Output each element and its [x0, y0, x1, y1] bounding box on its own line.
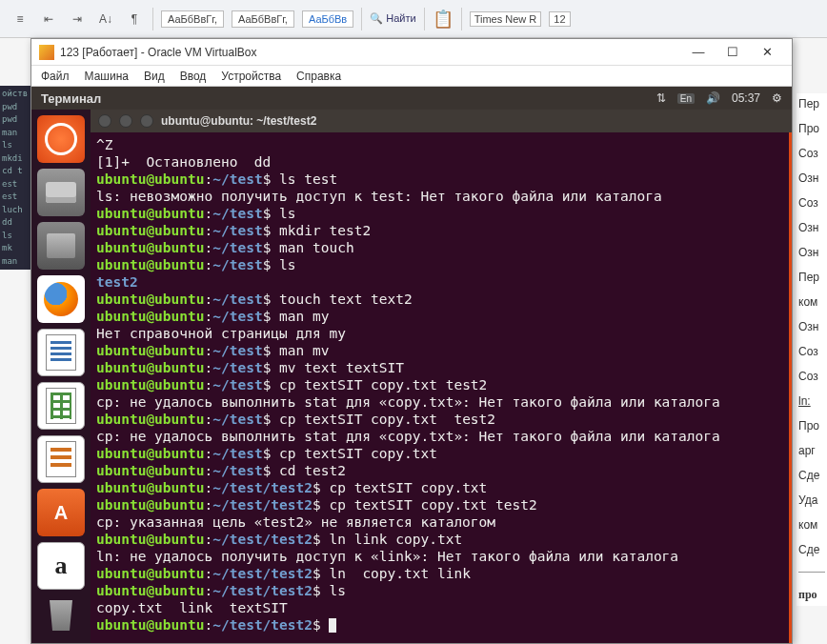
active-app-title: Терминал [41, 91, 101, 106]
term-minimize-icon[interactable] [119, 114, 132, 128]
software-center-icon[interactable] [37, 489, 85, 536]
file-manager-icon[interactable] [37, 222, 85, 270]
style-nospacing[interactable]: АаБбВвГг, [232, 10, 294, 28]
separator [424, 8, 425, 30]
amazon-icon[interactable]: a [37, 542, 85, 590]
terminal-title-text: ubuntu@ubuntu: ~/test/test2 [161, 114, 316, 128]
trash-icon[interactable] [37, 595, 85, 635]
font-name-select[interactable]: Times New R [470, 11, 542, 27]
left-background-fragment: ойствpwdpwdmanlsmkdicd testestluchddlsmk… [0, 86, 30, 270]
term-maximize-icon[interactable] [140, 114, 153, 128]
files-icon[interactable] [37, 169, 85, 216]
list-icon[interactable]: ≡ [10, 9, 30, 30]
vbox-title-text: 123 [Работает] - Oracle VM VirtualBox [60, 46, 257, 59]
dash-icon[interactable] [37, 115, 85, 163]
ubuntu-desktop: a ubuntu@ubuntu: ~/test/test2 ^Z [1]+ Ос… [31, 110, 792, 643]
pilcrow-icon[interactable]: ¶ [124, 9, 145, 30]
vbox-app-icon [39, 45, 54, 60]
close-button[interactable]: ✕ [750, 41, 784, 64]
maximize-button[interactable]: ☐ [716, 41, 750, 64]
minimize-button[interactable]: — [681, 41, 716, 64]
style-normal[interactable]: АаБбВвГг, [161, 10, 224, 28]
firefox-icon[interactable] [37, 275, 85, 323]
writer-icon[interactable] [37, 329, 85, 376]
vbox-menu-item[interactable]: Справка [296, 70, 341, 83]
terminal-titlebar[interactable]: ubuntu@ubuntu: ~/test/test2 [91, 110, 792, 132]
find-label[interactable]: 🔍 Найти [370, 12, 415, 25]
font-size-select[interactable]: 12 [549, 11, 570, 27]
word-toolbar: ≡ ⇤ ⇥ A↓ ¶ АаБбВвГг, АаБбВвГг, АаБбВв 🔍 … [0, 0, 827, 38]
vbox-titlebar[interactable]: 123 [Работает] - Oracle VM VirtualBox — … [31, 39, 792, 66]
settings-gear-icon[interactable]: ⚙ [772, 91, 782, 105]
terminal-body[interactable]: ^Z [1]+ Остановлено dd ubuntu@ubuntu:~/t… [91, 132, 792, 643]
vbox-menu-item[interactable]: Вид [144, 70, 165, 83]
style-heading[interactable]: АаБбВв [302, 10, 353, 28]
calc-icon[interactable] [37, 382, 85, 430]
clock[interactable]: 05:37 [732, 91, 760, 105]
sort-icon[interactable]: A↓ [95, 9, 116, 30]
vbox-menu-item[interactable]: Машина [85, 70, 129, 83]
term-close-icon[interactable] [98, 114, 111, 128]
separator [461, 8, 462, 30]
separator [152, 8, 153, 30]
paste-icon[interactable]: 📋 [433, 9, 454, 30]
right-background-fragment: ПерПроСозОзнСозОзнОзнПеркомОзнСозСозln:П… [797, 93, 827, 606]
vbox-menubar: ФайлМашинаВидВводУстройстваСправка [31, 66, 792, 87]
impress-icon[interactable] [37, 435, 85, 483]
keyboard-indicator[interactable]: En [677, 93, 695, 104]
indent-dec-icon[interactable]: ⇤ [38, 9, 59, 30]
vbox-menu-item[interactable]: Ввод [180, 70, 207, 83]
vbox-menu-item[interactable]: Устройства [221, 70, 281, 83]
terminal-window: ubuntu@ubuntu: ~/test/test2 ^Z [1]+ Оста… [91, 110, 792, 643]
separator [361, 8, 362, 30]
network-indicator[interactable]: ⇅ [656, 91, 666, 105]
virtualbox-window: 123 [Работает] - Oracle VM VirtualBox — … [30, 38, 793, 644]
unity-launcher: a [31, 110, 91, 643]
indent-inc-icon[interactable]: ⇥ [67, 9, 88, 30]
ubuntu-top-panel: Терминал ⇅ En 🔊 05:37 ⚙ [31, 87, 792, 110]
vbox-menu-item[interactable]: Файл [41, 70, 70, 83]
sound-indicator[interactable]: 🔊 [706, 91, 720, 105]
